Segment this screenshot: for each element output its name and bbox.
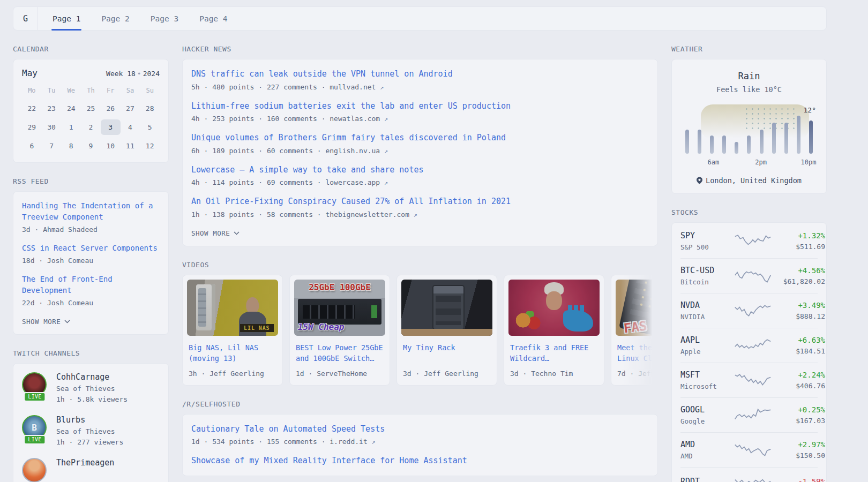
calendar-section: CALENDAR May Week 18•2024 MoTuWeThFrSaSu… xyxy=(13,45,169,163)
twitch-channel-info: ThePrimeagen xyxy=(56,458,114,468)
twitch-avatar-wrap: LIVE xyxy=(22,372,48,398)
rss-show-more-button[interactable]: SHOW MORE xyxy=(22,318,160,326)
twitch-channel-info: CohhCarnageSea of Thieves1h · 5.8k viewe… xyxy=(56,372,128,403)
twitch-avatar-wrap: BLIVE xyxy=(22,415,48,441)
stock-change: +2.97% xyxy=(772,440,825,449)
video-card[interactable]: My Tiny Rack3d · Jeff Geerling xyxy=(396,275,497,386)
stock-price: $888.12 xyxy=(772,312,825,320)
feed-item-title[interactable]: Handling The Indentation of a Treeview C… xyxy=(22,200,160,223)
stock-change: +0.25% xyxy=(772,405,825,414)
nav-tabs: Page 1Page 2Page 3Page 4 xyxy=(38,7,228,30)
stock-price: $406.76 xyxy=(772,382,825,390)
stock-row[interactable]: AAPLApple+6.63%$184.51 xyxy=(680,328,818,363)
twitch-channel-name[interactable]: ThePrimeagen xyxy=(56,458,114,468)
stock-row[interactable]: RDDT-1.59% xyxy=(680,467,818,482)
stock-name: Microsoft xyxy=(680,382,734,390)
selfhosted-widget: Cautionary Tale on Automated Speed Tests… xyxy=(182,414,658,476)
stock-change: +6.63% xyxy=(772,336,825,344)
videos-section-title: VIDEOS xyxy=(182,261,658,269)
calendar-year: 2024 xyxy=(143,70,160,78)
external-link-icon: ↗ xyxy=(384,115,388,123)
nav-tab-page-1[interactable]: Page 1 xyxy=(53,7,80,30)
calendar-weekday: Mo xyxy=(22,85,42,97)
video-title[interactable]: Traefik 3 and FREE Wildcard… xyxy=(510,342,598,365)
twitch-channel-name[interactable]: CohhCarnage xyxy=(56,372,128,382)
nav-tab-page-3[interactable]: Page 3 xyxy=(151,7,178,30)
list-item: Cautionary Tale on Automated Speed Tests… xyxy=(191,423,649,446)
video-thumbnail: 25GbE 100GbE15W Cheap xyxy=(294,280,385,336)
feed-item-title[interactable]: The End of Front-End Development xyxy=(22,274,160,296)
stock-sparkline xyxy=(734,337,772,353)
temperature-bar xyxy=(797,116,800,154)
calendar-day: 4 xyxy=(121,119,140,135)
thumbnail-text: LIL NAS xyxy=(240,324,273,332)
feed-item-title[interactable]: Showcase of my Mixed Reality Interface f… xyxy=(191,455,649,467)
temperature-bar xyxy=(784,123,788,154)
video-card[interactable]: LIL NASBig NAS, Lil NAS (moving 13)3h · … xyxy=(182,275,283,386)
stock-row[interactable]: GOOGLGoogle+0.25%$167.03 xyxy=(680,397,818,432)
stock-row[interactable]: NVDANVIDIA+3.49%$888.12 xyxy=(680,293,818,328)
stock-values: +2.97%$150.50 xyxy=(772,440,825,460)
stock-symbol: GOOGL xyxy=(680,405,734,415)
stock-values: +2.24%$406.76 xyxy=(772,371,825,390)
stocks-list: SPYS&P 500+1.32%$511.69BTC-USDBitcoin+4.… xyxy=(680,224,818,482)
twitch-channel-row[interactable]: BLIVEBlurbsSea of Thieves1h · 277 viewer… xyxy=(22,415,160,446)
stock-row[interactable]: BTC-USDBitcoin+4.56%$61,820.02 xyxy=(680,258,818,293)
stock-identity: AAPLApple xyxy=(680,335,734,356)
calendar-day: 22 xyxy=(22,101,42,116)
thumbnail-art xyxy=(239,297,266,335)
video-title[interactable]: BEST Low Power 25GbE and 100GbE Switch… xyxy=(296,342,384,365)
feed-item-title[interactable]: Lowercase – A simple way to take and sha… xyxy=(191,164,649,176)
sparkline-chart xyxy=(734,475,772,482)
feed-item-title[interactable]: DNS traffic can leak outside the VPN tun… xyxy=(191,68,649,80)
stock-row[interactable]: SPYS&P 500+1.32%$511.69 xyxy=(680,224,818,258)
temperature-bar xyxy=(809,120,813,154)
weather-feels-like: Feels like 10°C xyxy=(680,85,818,94)
app-logo[interactable]: G xyxy=(13,7,38,30)
stocks-section-title: STOCKS xyxy=(671,208,827,216)
video-title[interactable]: Meet the nLinux Clus xyxy=(617,342,658,365)
calendar-weekday: Sa xyxy=(121,85,140,97)
stock-price: $167.03 xyxy=(772,417,825,425)
stock-change: +1.32% xyxy=(772,231,825,240)
nav-tab-page-2[interactable]: Page 2 xyxy=(101,7,129,30)
stock-sparkline xyxy=(734,372,772,388)
feed-item-meta: 4h · 114 points · 69 comments · lowercas… xyxy=(191,178,649,186)
feed-item-title[interactable]: Lithium-free sodium batteries exit the l… xyxy=(191,100,649,112)
video-card[interactable]: Traefik 3 and FREE Wildcard…3d · Techno … xyxy=(504,275,604,386)
weather-location: London, United Kingdom xyxy=(680,176,818,185)
live-badge: LIVE xyxy=(24,435,46,445)
time-axis-labels: 6am2pm10pm xyxy=(684,159,814,167)
feed-item-title[interactable]: Unique volumes of Brothers Grimm fairy t… xyxy=(191,132,649,144)
temperature-bar xyxy=(772,123,776,154)
stock-price: $511.69 xyxy=(772,243,825,251)
feed-item-title[interactable]: CSS in React Server Components xyxy=(22,243,160,254)
stock-change: +2.24% xyxy=(772,371,825,379)
feed-item-title[interactable]: An Oil Price-Fixing Conspiracy Caused 27… xyxy=(191,195,649,208)
calendar-day: 9 xyxy=(81,138,101,154)
stock-sparkline xyxy=(734,233,772,249)
twitch-channel-row[interactable]: ThePrimeagen xyxy=(22,458,160,482)
stock-identity: RDDT xyxy=(680,477,734,482)
video-title[interactable]: Big NAS, Lil NAS (moving 13) xyxy=(189,342,276,365)
external-link-icon: ↗ xyxy=(384,147,388,155)
video-title[interactable]: My Tiny Rack xyxy=(403,342,491,365)
stock-row[interactable]: MSFTMicrosoft+2.24%$406.76 xyxy=(680,363,818,397)
weather-widget: Rain Feels like 10°C 12° 6am2pm10pm Lond… xyxy=(671,59,827,194)
stock-row[interactable]: AMDAMD+2.97%$150.50 xyxy=(680,432,818,467)
nav-tab-page-4[interactable]: Page 4 xyxy=(199,7,227,30)
video-card[interactable]: FASMeet the nLinux Clus7d · Jeff Geerlin… xyxy=(611,275,658,386)
temperature-bar xyxy=(722,135,726,154)
thumbnail-text: 25GbE 100GbE xyxy=(294,282,385,292)
calendar-weekday: Su xyxy=(140,85,160,97)
twitch-channel-row[interactable]: LIVECohhCarnageSea of Thieves1h · 5.8k v… xyxy=(22,372,160,403)
twitch-channel-name[interactable]: Blurbs xyxy=(56,415,123,425)
stock-values: +1.32%$511.69 xyxy=(772,231,825,251)
video-thumbnail xyxy=(508,280,600,336)
hackernews-show-more-button[interactable]: SHOW MORE xyxy=(191,229,649,237)
feed-item-title[interactable]: Cautionary Tale on Automated Speed Tests xyxy=(191,423,649,435)
thumbnail-art xyxy=(563,310,593,332)
thumbnail-text: 15W Cheap xyxy=(298,322,345,332)
video-card[interactable]: 25GbE 100GbE15W CheapBEST Low Power 25Gb… xyxy=(289,275,390,386)
hackernews-section: HACKER NEWS DNS traffic can leak outside… xyxy=(182,45,658,246)
